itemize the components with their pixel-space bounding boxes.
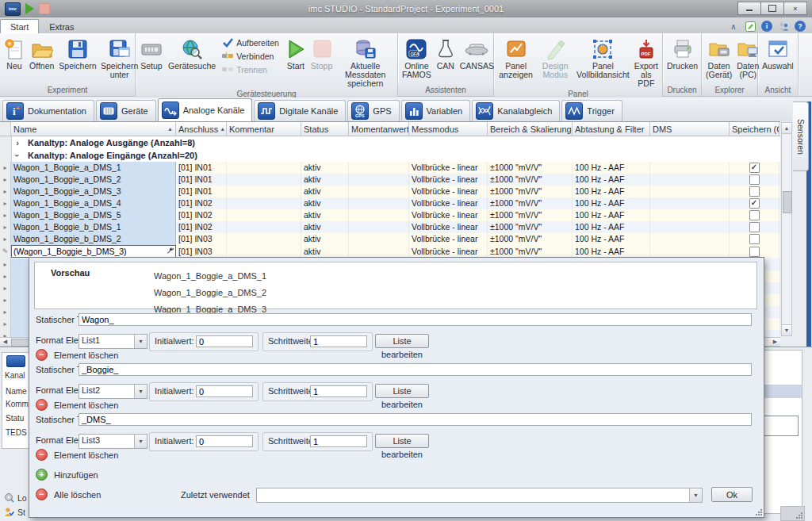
can-button[interactable]: CAN [434, 34, 458, 84]
cell-anschluss[interactable]: [01] IN03 [176, 233, 227, 245]
table-row[interactable]: ▸ Wagon_1_Boggie_a_DMS_4 [01] IN02 aktiv… [0, 197, 780, 209]
step-width-input[interactable] [310, 435, 367, 447]
column-header-name[interactable]: Name▲ [11, 122, 176, 136]
cell-bereich[interactable]: ±1000 "mV/V" [488, 162, 573, 174]
start-button[interactable]: Start [283, 34, 308, 88]
scroll-left-icon[interactable]: ◀ [0, 338, 10, 346]
online-famos-button[interactable]: OFA Online FAMOS [400, 34, 434, 84]
disconnect-button[interactable]: Trennen [222, 64, 279, 75]
save-checkbox[interactable] [749, 234, 760, 244]
row-indicator[interactable]: ▸ [0, 197, 11, 209]
row-indicator[interactable]: ▸ [0, 233, 11, 245]
cell-anschluss[interactable]: [01] IN01 [176, 162, 227, 174]
clear-all-button[interactable]: − Alle löschen [36, 488, 101, 500]
cell-kommentar[interactable] [227, 233, 301, 245]
table-row[interactable]: ▸ Wagon_1_Boggie_a_DMS_3 [01] IN01 aktiv… [0, 186, 780, 197]
static-text-input[interactable] [79, 363, 752, 376]
cell-momentanwert[interactable] [349, 186, 409, 197]
sensors-side-tab[interactable]: Sensoren [793, 102, 809, 171]
column-header-speichern[interactable]: Speichern (Gerät)▲ [730, 122, 779, 136]
channel-name-input[interactable] [12, 247, 164, 256]
save-checkbox[interactable] [749, 247, 760, 257]
cell-dms[interactable] [650, 174, 730, 186]
cell-abtastung[interactable]: 100 Hz - AAF [573, 186, 650, 197]
row-indicator[interactable]: ▸ [0, 174, 11, 186]
cell-status[interactable]: aktiv [301, 186, 349, 197]
maximize-button[interactable] [761, 2, 784, 15]
cell-messmodus[interactable]: Vollbrücke - linear [409, 174, 488, 186]
cell-kommentar[interactable] [227, 162, 301, 174]
group-row-analoge-eingaenge[interactable]: › Kanaltyp: Analoge Eingänge (Anzahl=20) [0, 149, 780, 162]
cell-name[interactable]: Wagon_1_Boggie_a_DMS_3 [11, 186, 176, 197]
chevron-expanded-icon[interactable]: › [11, 150, 24, 161]
panel-show-button[interactable]: Panel anzeigen [496, 34, 536, 88]
edit-list-button[interactable]: Liste bearbeiten [375, 434, 429, 448]
save-checkbox[interactable] [749, 163, 760, 173]
save-measurement-button[interactable]: Aktuelle Messdaten speichern [335, 34, 396, 88]
step-width-input[interactable] [310, 385, 367, 397]
ribbon-tab-start[interactable]: Start [0, 19, 39, 33]
panel-selected-row[interactable] [760, 385, 802, 398]
cell-momentanwert[interactable] [349, 162, 409, 174]
cell-name[interactable]: Wagon_1_Boggie_a_DMS_5 [11, 209, 176, 221]
edit-list-button[interactable]: Liste bearbeiten [375, 334, 429, 348]
cell-momentanwert[interactable] [349, 209, 409, 221]
cell-status[interactable]: aktiv [301, 221, 349, 233]
cell-messmodus[interactable]: Vollbrücke - linear [409, 233, 488, 245]
initial-value-input[interactable] [196, 435, 253, 447]
save-checkbox[interactable] [749, 186, 760, 197]
collapse-ribbon-icon[interactable]: ∧ [728, 21, 739, 32]
device-search-button[interactable]: Gerätesuche [166, 34, 218, 88]
cell-abtastung[interactable]: 100 Hz - AAF [573, 174, 650, 186]
column-header-abtastung[interactable]: Abtastung & Filter [573, 122, 650, 136]
row-indicator[interactable]: ▸ [0, 209, 11, 221]
cell-messmodus[interactable]: Vollbrücke - linear [409, 221, 488, 233]
tab-dokumentation[interactable]: i+ Dokumentation [2, 100, 94, 121]
data-device-button[interactable]: Daten (Gerät) [703, 34, 734, 84]
cell-dms[interactable] [650, 209, 730, 221]
initial-value-input[interactable] [196, 335, 253, 347]
tab-kanalabgleich[interactable]: Kanalabgleich [472, 100, 560, 121]
ok-button[interactable]: Ok [711, 487, 753, 502]
channel-name-editbox[interactable] [11, 245, 176, 258]
table-row[interactable]: ▸ Wagon_1_Boggie_a_DMS_5 [01] IN02 aktiv… [0, 209, 780, 221]
table-row[interactable]: ▸ Wagon_1_Boggie_a_DMS_2 [01] IN01 aktiv… [0, 174, 780, 186]
column-header-messmodus[interactable]: Messmodus [409, 122, 488, 136]
edit-list-button[interactable]: Liste bearbeiten [375, 384, 429, 398]
cell-momentanwert[interactable] [349, 221, 409, 233]
delete-element-button[interactable]: − Element löschen [36, 399, 118, 411]
help-icon[interactable]: ? [795, 21, 806, 32]
save-as-button[interactable]: Speichern unter [99, 34, 140, 84]
cell-abtastung[interactable]: 100 Hz - AAF [573, 233, 650, 245]
prepare-button[interactable]: Aufbereiten [222, 37, 279, 48]
cell-bereich[interactable]: ±1000 "mV/V" [488, 186, 573, 197]
selection-button[interactable]: Auswahl [760, 34, 796, 84]
static-text-input[interactable] [79, 313, 752, 326]
cell-status[interactable]: aktiv [301, 233, 349, 245]
cell-kommentar[interactable] [227, 186, 301, 197]
tab-analoge-kanaele[interactable]: Analoge Kanäle [158, 98, 253, 121]
stop-button[interactable]: Stopp [308, 34, 335, 88]
tab-trigger[interactable]: Trigger [561, 100, 622, 121]
cell-messmodus[interactable]: Vollbrücke - linear [409, 186, 488, 197]
column-header-status[interactable]: Status [301, 122, 349, 136]
cell-name[interactable]: Wagon_1_Boggie_a_DMS_4 [11, 197, 176, 209]
table-row[interactable]: ▸ Wagon_1_Boggie_a_DMS_1 [01] IN01 aktiv… [0, 162, 780, 174]
ribbon-tab-extras[interactable]: Extras [39, 19, 84, 33]
format-element-combo[interactable]: List3 ▼ [79, 434, 147, 449]
scroll-up-icon[interactable]: ▲ [782, 123, 791, 134]
scroll-down-icon[interactable]: ▼ [782, 324, 791, 335]
cell-kommentar[interactable] [227, 197, 301, 209]
delete-element-button[interactable]: − Element löschen [36, 349, 118, 361]
save-checkbox[interactable] [749, 198, 760, 209]
panel-tab-label[interactable]: Kanal [2, 369, 29, 380]
row-indicator[interactable]: ▸ [0, 221, 11, 233]
static-text-input[interactable] [79, 413, 752, 426]
row-indicator[interactable]: ▸ [0, 162, 11, 174]
minimize-button[interactable] [737, 2, 761, 15]
cell-momentanwert[interactable] [349, 174, 409, 186]
cell-anschluss[interactable]: [01] IN02 [176, 197, 227, 209]
column-header-bereich[interactable]: Bereich & Skalierung [488, 122, 573, 136]
cell-messmodus[interactable]: Vollbrücke - linear [409, 197, 488, 209]
save-checkbox[interactable] [749, 174, 760, 185]
